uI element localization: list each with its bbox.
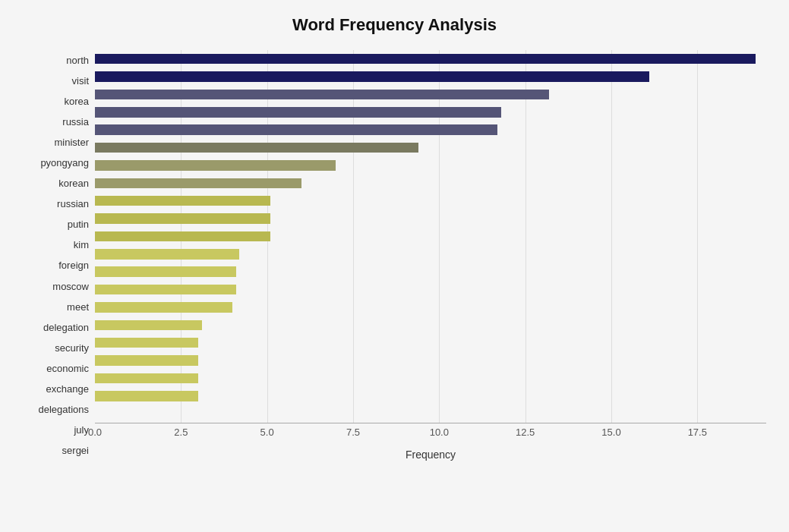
bar-row (95, 351, 766, 369)
bar (95, 338, 198, 348)
y-labels: northvisitkorearussiaministerpyongyangko… (23, 50, 95, 461)
bar (95, 71, 649, 82)
y-label: delegations (39, 405, 90, 414)
x-tick: 2.5 (174, 427, 188, 438)
bar-row (95, 121, 766, 139)
y-label: moscow (52, 282, 89, 291)
chart-area: northvisitkorearussiaministerpyongyangko… (23, 50, 766, 461)
x-tick: 0.0 (88, 427, 102, 438)
y-label: delegation (43, 323, 89, 332)
bar (95, 107, 501, 118)
y-label: pyongyang (40, 158, 89, 168)
y-label: russian (57, 199, 89, 209)
bar (95, 231, 270, 242)
bar-row (95, 68, 766, 85)
bar (95, 160, 336, 171)
y-label: economic (46, 364, 89, 373)
y-label: north (66, 55, 89, 65)
bar (95, 302, 232, 313)
bar-row (95, 103, 766, 121)
y-label: korea (64, 96, 89, 106)
y-label: kim (74, 240, 89, 250)
bar (95, 320, 202, 331)
y-label: visit (72, 76, 89, 86)
x-tick: 15.0 (601, 427, 620, 438)
bar (95, 355, 198, 366)
x-tick: 12.5 (516, 427, 535, 438)
chart-container: Word Frequency Analysis northvisitkorear… (0, 0, 789, 532)
bar-row (95, 334, 766, 351)
y-label: exchange (46, 384, 89, 394)
bar-row (95, 209, 766, 227)
bar-row (95, 316, 766, 334)
chart-title: Word Frequency Analysis (23, 15, 766, 35)
bar-row (95, 86, 766, 103)
x-tick: 10.0 (430, 427, 449, 438)
bar-row (95, 245, 766, 263)
bar-row (95, 370, 766, 387)
bar (95, 391, 198, 401)
bar (95, 90, 549, 100)
bar (95, 249, 239, 260)
bar-row (95, 228, 766, 245)
bar-row (95, 298, 766, 316)
y-label: meet (67, 302, 89, 312)
y-label: sergei (62, 445, 89, 455)
x-tick: 7.5 (346, 427, 360, 438)
y-label: minister (54, 137, 89, 147)
bars-and-xaxis: 0.02.55.07.510.012.515.017.5 Frequency (95, 50, 766, 461)
x-tick: 5.0 (260, 427, 274, 438)
bar (95, 285, 236, 295)
bar (95, 143, 418, 153)
bar-row (95, 139, 766, 156)
bar-row (95, 175, 766, 192)
x-axis: 0.02.55.07.510.012.515.017.5 (95, 423, 766, 445)
y-label: july (74, 425, 89, 435)
bar (95, 54, 756, 65)
bar-row (95, 192, 766, 209)
bar (95, 266, 236, 277)
bar-row (95, 263, 766, 281)
y-label: putin (68, 219, 89, 229)
y-label: russia (62, 117, 89, 127)
bar (95, 196, 270, 206)
bar-row (95, 281, 766, 298)
x-tick: 17.5 (688, 427, 707, 438)
bar (95, 213, 270, 224)
bars-area (95, 50, 766, 423)
y-label: security (55, 343, 89, 353)
bar (95, 373, 198, 384)
y-label: korean (58, 178, 89, 188)
bar (95, 124, 497, 135)
x-axis-label: Frequency (95, 449, 766, 461)
bar-row (95, 50, 766, 68)
y-label: foreign (58, 260, 89, 270)
bar (95, 178, 301, 189)
bar-row (95, 156, 766, 174)
bar-row (95, 387, 766, 405)
